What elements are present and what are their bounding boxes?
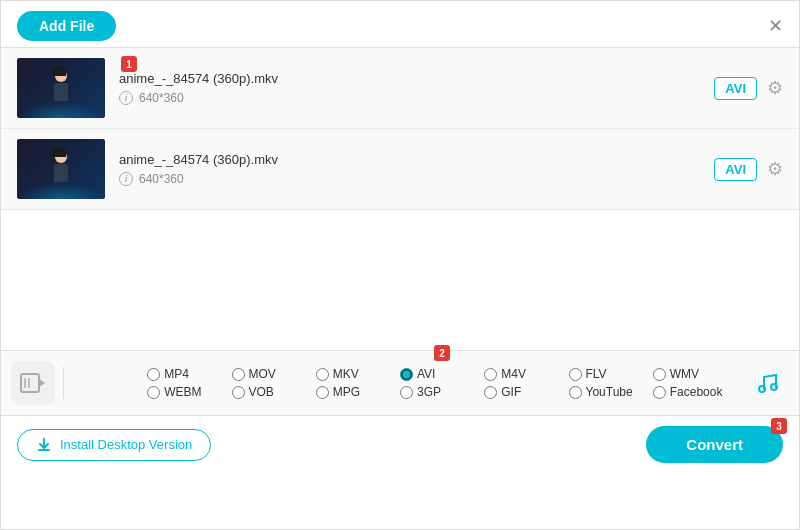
install-button[interactable]: Install Desktop Version [17,429,211,461]
format-option-mpg[interactable]: MPG [316,385,400,399]
file-meta: i 640*360 [119,172,714,186]
header: Add File ✕ [1,1,799,47]
format-option-facebook[interactable]: Facebook [653,385,737,399]
format-bar-badge: 2 [434,345,450,361]
file-actions: AVI ⚙ [714,77,783,100]
format-options: MP4 MOV MKV 2 AVI M4V FLV WMV [63,367,737,399]
thumbnail [17,139,105,199]
format-bar: MP4 MOV MKV 2 AVI M4V FLV WMV [1,350,799,416]
format-badge-1[interactable]: AVI [714,77,757,100]
install-label: Install Desktop Version [60,437,192,452]
format-option-3gp[interactable]: 3GP [400,385,484,399]
add-file-button[interactable]: Add File [17,11,116,41]
format-option-webm[interactable]: WEBM [147,385,231,399]
file-resolution: 640*360 [139,91,184,105]
svg-marker-1 [39,379,45,387]
svg-point-4 [759,386,765,392]
settings-button-1[interactable]: ⚙ [767,79,783,97]
svg-rect-0 [21,374,39,392]
file-item: anime_-_84574 (360p).mkv i 640*360 AVI ⚙ [1,129,799,210]
format-option-m4v[interactable]: M4V [484,367,568,381]
file-info: anime_-_84574 (360p).mkv i 640*360 [105,71,714,105]
convert-button[interactable]: 3 Convert [646,426,783,463]
format-option-vob[interactable]: VOB [232,385,316,399]
format-badge-2[interactable]: AVI [714,158,757,181]
file-badge-1: 1 [121,56,137,72]
file-list: 1 anime_-_84574 (360p).mkv i 640*360 AVI… [1,47,799,210]
format-option-flv[interactable]: FLV [569,367,653,381]
file-resolution: 640*360 [139,172,184,186]
close-button[interactable]: ✕ [768,17,783,35]
file-name: anime_-_84574 (360p).mkv [119,71,714,86]
info-icon[interactable]: i [119,172,133,186]
music-icon-button[interactable] [745,361,789,405]
svg-point-5 [771,384,777,390]
format-option-mkv[interactable]: MKV [316,367,400,381]
empty-area [1,210,799,350]
settings-button-2[interactable]: ⚙ [767,160,783,178]
format-option-avi[interactable]: 2 AVI [400,367,484,381]
file-actions: AVI ⚙ [714,158,783,181]
file-name: anime_-_84574 (360p).mkv [119,152,714,167]
info-icon[interactable]: i [119,91,133,105]
svg-rect-6 [38,449,50,451]
format-divider [63,367,64,399]
footer: Install Desktop Version 3 Convert [1,416,799,473]
thumbnail [17,58,105,118]
format-option-gif[interactable]: GIF [484,385,568,399]
format-option-youtube[interactable]: YouTube [569,385,653,399]
convert-label: Convert [686,436,743,453]
convert-badge: 3 [771,418,787,434]
file-item: 1 anime_-_84574 (360p).mkv i 640*360 AVI… [1,48,799,129]
file-info: anime_-_84574 (360p).mkv i 640*360 [105,152,714,186]
video-format-icon [11,361,55,405]
format-option-wmv[interactable]: WMV [653,367,737,381]
file-meta: i 640*360 [119,91,714,105]
format-option-mov[interactable]: MOV [232,367,316,381]
format-option-mp4[interactable]: MP4 [147,367,231,381]
